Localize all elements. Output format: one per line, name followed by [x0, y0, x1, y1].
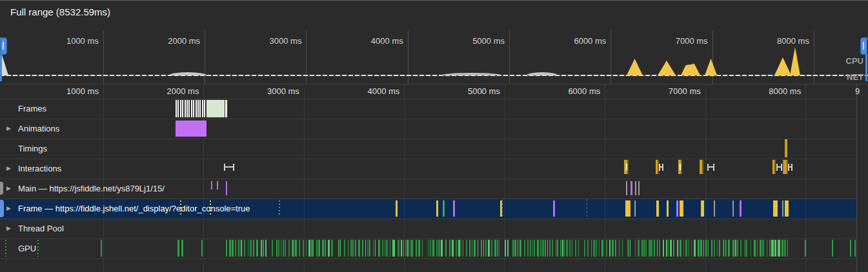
gpu-activity-bar	[278, 240, 279, 257]
gpu-activity-bar	[472, 240, 472, 257]
track-label-animations: Animations	[18, 124, 59, 133]
gpu-activity-bar	[331, 240, 332, 257]
frame-event-tick	[785, 200, 789, 217]
gpu-activity-bar	[386, 240, 388, 257]
gpu-activity-bar	[725, 240, 727, 257]
disclosure-triangle-icon[interactable]: ▶	[6, 206, 13, 212]
gpu-activity-bar	[609, 240, 611, 257]
gpu-activity-bar	[700, 240, 701, 257]
gpu-activity-bar	[306, 240, 307, 257]
gpu-activity-bar	[411, 240, 412, 257]
gpu-activity-bar	[352, 240, 354, 257]
gpu-activity-bar	[362, 240, 364, 257]
gpu-activity-bar	[456, 240, 457, 257]
gpu-activity-bar	[606, 240, 607, 257]
row-separator	[0, 159, 856, 159]
gpu-activity-bar	[358, 240, 360, 257]
gpu-activity-bar	[670, 240, 672, 257]
gpu-activity-bar	[532, 240, 533, 257]
track-label-frames: Frames	[18, 104, 46, 113]
gpu-activity-bar	[261, 240, 262, 257]
gpu-activity-bar	[229, 240, 231, 257]
interaction-bar[interactable]	[772, 160, 776, 174]
gpu-activity-bar	[491, 240, 493, 257]
disclosure-triangle-icon[interactable]: ▶	[6, 226, 13, 232]
gpu-activity-bar	[410, 240, 410, 257]
frame-event-tick	[701, 200, 704, 217]
overview-ruler-label: 1000 ms	[48, 36, 99, 46]
gpu-activity-bar	[735, 240, 737, 257]
gpu-activity-bar	[367, 240, 368, 257]
frames-striped-block[interactable]	[176, 100, 205, 117]
track-row-frames[interactable]: Frames	[0, 99, 868, 119]
gpu-activity-bar	[591, 240, 592, 257]
gpu-activity-bar	[643, 240, 645, 257]
gpu-activity-bar	[596, 240, 597, 257]
main-thread-event-tick	[211, 181, 212, 189]
track-row-gpu[interactable]: GPU	[0, 238, 868, 258]
gpu-activity-bar	[557, 240, 558, 257]
gpu-activity-bar	[556, 240, 556, 257]
gpu-activity-bar	[769, 240, 771, 257]
interaction-bar[interactable]	[678, 160, 682, 174]
track-row-threadpool[interactable]: ▶Thread Pool	[0, 219, 868, 238]
gpu-activity-bar	[645, 240, 647, 257]
disclosure-triangle-icon[interactable]: ▶	[6, 166, 13, 172]
row-separator	[0, 199, 856, 199]
gpu-activity-bar	[253, 240, 255, 257]
gpu-activity-bar	[638, 240, 640, 257]
gpu-activity-bar	[832, 240, 833, 257]
main-thread-event-tick	[226, 181, 227, 195]
interaction-whisker	[659, 164, 663, 171]
track-row-timings[interactable]: Timings	[0, 139, 868, 159]
gpu-activity-bar	[382, 240, 383, 257]
track-scroll-pill[interactable]	[0, 182, 3, 195]
track-row-frame[interactable]: ▶Frame — https://fiddle.jshell.net/_disp…	[0, 199, 868, 219]
gpu-activity-bar	[226, 240, 227, 257]
gpu-activity-bar	[308, 240, 310, 257]
gpu-activity-bar	[318, 240, 320, 257]
gpu-activity-bar	[708, 240, 709, 257]
main-thread-event-tick	[638, 181, 640, 195]
track-row-animations[interactable]: ▶Animations	[0, 119, 868, 139]
gpu-activity-bar	[740, 240, 742, 257]
gpu-activity-bar	[762, 240, 764, 257]
track-row-main[interactable]: ▶Main — https://jsfiddle.net/ys879Lj1/15…	[0, 179, 868, 199]
gpu-activity-bar	[316, 240, 318, 257]
cpu-activity-peak	[658, 61, 676, 75]
gpu-activity-bar	[385, 240, 385, 257]
row-separator	[0, 119, 856, 119]
gpu-activity-bar	[375, 240, 376, 257]
gpu-activity-bar	[401, 240, 402, 257]
interaction-bar[interactable]	[624, 160, 629, 174]
gpu-activity-bar	[276, 240, 278, 257]
ruler-label: 4000 ms	[348, 86, 399, 96]
gpu-activity-bar	[392, 240, 394, 257]
page-title: Full range (8532.59ms)	[10, 6, 110, 17]
gpu-activity-bar	[627, 240, 629, 257]
gpu-activity-bar	[694, 240, 696, 257]
gpu-activity-bar	[494, 240, 496, 257]
frames-partial-frame-block[interactable]	[207, 100, 225, 117]
gpu-activity-bar	[527, 240, 529, 257]
gpu-activity-bar	[256, 240, 258, 257]
gpu-activity-bar	[572, 240, 572, 257]
gpu-activity-bar	[537, 240, 539, 257]
gpu-activity-bar	[181, 240, 183, 257]
gpu-activity-bar	[542, 240, 544, 257]
disclosure-triangle-icon[interactable]: ▶	[6, 126, 13, 132]
gpu-activity-bar	[177, 240, 179, 257]
interaction-bar[interactable]	[700, 160, 703, 174]
disclosure-triangle-icon[interactable]: ▶	[6, 186, 13, 192]
gpu-activity-bar	[514, 240, 516, 257]
gpu-activity-bar	[657, 240, 658, 257]
gpu-activity-bar	[534, 240, 535, 257]
track-label-interactions: Interactions	[18, 164, 61, 173]
selected-track-pill[interactable]	[0, 200, 4, 217]
track-row-interactions[interactable]: ▶Interactions	[0, 159, 868, 179]
animation-block[interactable]	[176, 121, 207, 137]
gpu-activity-bar	[691, 240, 692, 257]
ruler-label: 8000 ms	[750, 86, 801, 96]
timing-marker[interactable]	[785, 139, 787, 157]
gpu-activity-bar	[612, 240, 614, 257]
